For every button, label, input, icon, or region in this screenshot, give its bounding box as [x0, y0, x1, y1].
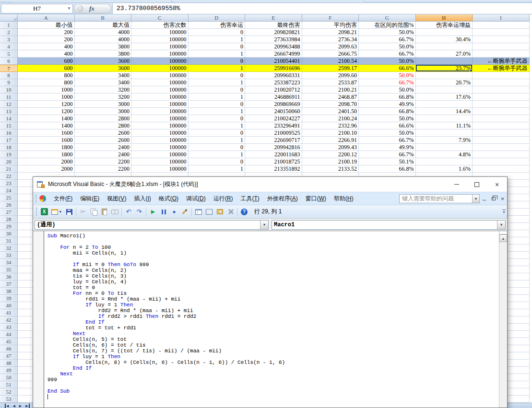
row-header-37[interactable]: 37	[0, 280, 18, 288]
formula-input[interactable]: 23.7378008569558%	[112, 3, 532, 14]
cell-I5[interactable]	[473, 50, 530, 58]
cell-I11[interactable]	[473, 93, 530, 101]
cell-G18[interactable]: 49.9%	[359, 144, 416, 151]
column-header-A[interactable]: A	[18, 14, 75, 22]
cell-A19[interactable]: 1800	[18, 151, 75, 158]
row-header-5[interactable]: 5	[0, 50, 18, 58]
scrollbar-split-box[interactable]	[499, 231, 507, 234]
cell-B14[interactable]: 2800	[75, 115, 132, 122]
mdi-restore-button[interactable]	[489, 195, 497, 203]
cell-G9[interactable]: 66.7%	[359, 79, 416, 86]
cell-C10[interactable]: 100000	[131, 86, 189, 93]
cell-G16[interactable]: 50.0%	[359, 129, 416, 137]
cell-B5[interactable]: 3800	[75, 50, 132, 58]
row-header-53[interactable]: 53	[0, 396, 18, 403]
row-header-49[interactable]: 49	[0, 367, 18, 374]
cell-C3[interactable]: 100000	[131, 36, 189, 43]
cell-A2[interactable]: 200	[18, 29, 75, 36]
cell-A6[interactable]: 600	[18, 58, 75, 65]
row-header-31[interactable]: 31	[0, 237, 18, 245]
procedure-combo-dropdown-icon[interactable]: ▼	[497, 221, 505, 229]
help-search-box[interactable]: 键入需要帮助的问题 ▼	[399, 194, 480, 203]
cell-G14[interactable]: 50.0%	[359, 115, 416, 122]
cell-F18[interactable]: 2099.43	[302, 144, 359, 151]
row-header-13[interactable]: 13	[0, 108, 18, 115]
cell-I7[interactable]: ←断腕单手武器	[473, 65, 530, 72]
row-header-2[interactable]: 2	[0, 29, 18, 36]
cell-C18[interactable]: 100000	[131, 144, 189, 151]
cell-G3[interactable]: 66.7%	[359, 36, 416, 43]
row-header-25[interactable]: 25	[0, 194, 18, 201]
cell-B12[interactable]: 3000	[75, 101, 132, 108]
select-all-corner[interactable]	[0, 14, 18, 22]
menu-item-run[interactable]: 运行(R)	[210, 193, 236, 205]
cell-H13[interactable]: 14.4%	[416, 108, 473, 115]
fx-icon[interactable]: fx	[89, 5, 95, 12]
row-header-11[interactable]: 11	[0, 93, 18, 101]
reset-icon[interactable]: ■	[169, 207, 179, 217]
cell-C20[interactable]: 100000	[131, 158, 189, 165]
row-header-42[interactable]: 42	[0, 316, 18, 324]
close-button[interactable]: ×	[487, 177, 507, 192]
cell-F8[interactable]: 2099.60	[302, 72, 359, 79]
cell-G8[interactable]: 50.0%	[359, 72, 416, 79]
cell-F2[interactable]: 2098.21	[302, 29, 359, 36]
cell-F12[interactable]: 2098.70	[302, 101, 359, 108]
cell-A4[interactable]: 400	[18, 43, 75, 50]
cell-I2[interactable]	[473, 29, 530, 36]
menu-item-file[interactable]: 文件(F)	[50, 193, 76, 205]
run-icon[interactable]: ▶	[148, 207, 158, 217]
cell-D4[interactable]: 0	[189, 43, 246, 50]
cell-D10[interactable]: 0	[189, 86, 246, 93]
cell-I17[interactable]	[473, 137, 530, 144]
cell-I15[interactable]	[473, 122, 530, 129]
paste-icon[interactable]	[99, 207, 109, 217]
cell-C6[interactable]: 100000	[131, 58, 189, 65]
cell-C19[interactable]: 100000	[131, 151, 189, 158]
cell-H15[interactable]: 11.1%	[416, 122, 473, 129]
last-sheet-icon[interactable]: ▶	[25, 404, 29, 408]
cell-E21[interactable]: 213351892	[245, 165, 302, 173]
project-explorer-icon[interactable]	[193, 207, 204, 217]
cell-A11[interactable]: 1000	[18, 93, 75, 101]
mdi-close-button[interactable]: ×	[498, 195, 507, 203]
code-scrollbar[interactable]: ▲	[499, 231, 507, 408]
row-header-20[interactable]: 20	[0, 158, 18, 165]
cell-E3[interactable]: 273633984	[245, 36, 302, 43]
row-header-43[interactable]: 43	[0, 324, 18, 331]
view-excel-icon[interactable]: X	[39, 207, 49, 217]
cell-A9[interactable]: 800	[18, 79, 75, 86]
cell-H17[interactable]: 7.9%	[416, 137, 473, 144]
cell-A18[interactable]: 1800	[18, 144, 75, 151]
row-header-34[interactable]: 34	[0, 259, 18, 266]
cell-B1[interactable]: 最大值	[75, 22, 132, 29]
code-editor[interactable]: Sub Macro1() For n = 2 To 100 mii = Cell…	[44, 231, 499, 408]
cell-B8[interactable]: 3400	[75, 72, 132, 79]
cell-F19[interactable]: 2200.12	[302, 151, 359, 158]
row-header-3[interactable]: 3	[0, 36, 18, 43]
cell-F1[interactable]: 平均伤害	[302, 22, 359, 29]
cell-B3[interactable]: 4000	[75, 36, 132, 43]
cell-D3[interactable]: 1	[189, 36, 246, 43]
cell-H5[interactable]: 27.0%	[416, 50, 473, 58]
cell-H21[interactable]: 1.6%	[416, 165, 473, 173]
cell-E13[interactable]: 240150060	[245, 108, 302, 115]
cell-H14[interactable]	[416, 115, 473, 122]
row-header-18[interactable]: 18	[0, 144, 18, 151]
minimize-button[interactable]	[447, 177, 467, 192]
cell-C15[interactable]: 100000	[131, 122, 189, 129]
column-header-C[interactable]: C	[131, 14, 189, 22]
cell-A3[interactable]: 200	[18, 36, 75, 43]
cell-F10[interactable]: 2100.21	[302, 86, 359, 93]
row-header-14[interactable]: 14	[0, 115, 18, 122]
cell-D6[interactable]: 0	[189, 58, 246, 65]
undo-icon[interactable]: ↶	[123, 207, 134, 217]
cell-I21[interactable]	[473, 165, 530, 173]
cell-C14[interactable]: 100000	[131, 115, 189, 122]
cell-B9[interactable]: 3400	[75, 79, 132, 86]
toolbar-grip[interactable]	[36, 208, 37, 216]
row-header-40[interactable]: 40	[0, 302, 18, 309]
toolbox-icon[interactable]	[225, 207, 236, 217]
cell-E5[interactable]: 266674999	[245, 50, 302, 58]
cell-I12[interactable]	[473, 101, 530, 108]
